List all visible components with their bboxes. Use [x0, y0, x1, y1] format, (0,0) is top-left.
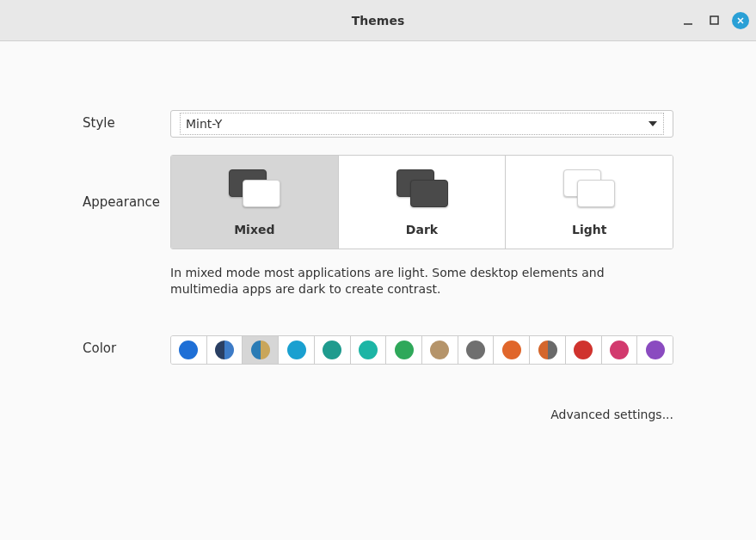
svg-rect-1: [710, 16, 718, 24]
color-circle-icon: [646, 341, 665, 359]
appearance-option-label: Dark: [339, 223, 506, 236]
appearance-description: In mixed mode most applications are ligh…: [170, 265, 673, 298]
appearance-label: Appearance: [83, 155, 170, 210]
style-dropdown-value: Mint-Y: [186, 117, 222, 131]
color-swatch-blue-sand-split[interactable]: [243, 336, 279, 364]
appearance-option-light[interactable]: Light: [506, 156, 673, 249]
close-icon: [736, 16, 745, 25]
window-title: Themes: [352, 14, 404, 28]
color-swatch-teal[interactable]: [315, 336, 351, 364]
appearance-options: MixedDarkLight: [170, 155, 673, 249]
style-row: Style Mint-Y: [83, 110, 673, 138]
minimize-icon: [683, 15, 693, 26]
color-circle-icon: [466, 341, 485, 359]
svg-marker-4: [648, 121, 657, 126]
appearance-preview-dark: [391, 169, 453, 211]
color-swatch-pink[interactable]: [602, 336, 638, 364]
appearance-preview-mixed: [224, 169, 286, 211]
color-circle-icon: [323, 341, 341, 359]
appearance-option-mixed[interactable]: Mixed: [171, 156, 339, 249]
color-row: Color: [83, 335, 673, 365]
color-swatch-red[interactable]: [566, 336, 602, 364]
color-swatch-teal-light[interactable]: [351, 336, 387, 364]
appearance-option-dark[interactable]: Dark: [339, 156, 507, 249]
appearance-preview-light: [558, 169, 620, 211]
color-swatch-blue-dark-split[interactable]: [207, 336, 243, 364]
color-label: Color: [83, 335, 170, 356]
advanced-settings-link[interactable]: Advanced settings...: [170, 408, 673, 421]
style-label: Style: [83, 110, 170, 131]
color-swatch-blue[interactable]: [171, 336, 207, 364]
advanced-row: Advanced settings...: [83, 382, 673, 421]
color-swatches: [170, 335, 673, 365]
maximize-button[interactable]: [706, 13, 722, 28]
titlebar: Themes: [0, 0, 756, 41]
color-swatch-sand[interactable]: [422, 336, 458, 364]
color-circle-icon: [251, 341, 270, 359]
appearance-row: Appearance MixedDarkLight: [83, 155, 673, 249]
color-circle-icon: [179, 341, 198, 359]
maximize-icon: [710, 15, 719, 25]
color-swatch-orange-grey-split[interactable]: [530, 336, 566, 364]
minimize-button[interactable]: [680, 13, 696, 28]
color-swatch-purple[interactable]: [637, 336, 673, 364]
color-circle-icon: [502, 341, 521, 359]
color-swatch-green[interactable]: [386, 336, 422, 364]
content-area: Style Mint-Y Appearance MixedDarkLight I…: [0, 41, 756, 421]
style-dropdown[interactable]: Mint-Y: [170, 110, 673, 138]
description-row: In mixed mode most applications are ligh…: [83, 267, 673, 316]
color-swatch-aqua[interactable]: [279, 336, 315, 364]
appearance-option-label: Mixed: [171, 223, 338, 236]
color-swatch-orange[interactable]: [494, 336, 530, 364]
color-circle-icon: [430, 341, 449, 359]
appearance-option-label: Light: [506, 223, 673, 236]
color-circle-icon: [610, 341, 629, 359]
color-circle-icon: [574, 341, 593, 359]
color-circle-icon: [359, 341, 378, 359]
color-circle-icon: [215, 341, 234, 359]
close-button[interactable]: [732, 12, 749, 29]
color-circle-icon: [287, 341, 306, 359]
color-circle-icon: [395, 341, 414, 359]
color-circle-icon: [538, 341, 557, 359]
chevron-down-icon: [648, 120, 658, 127]
color-swatch-grey[interactable]: [458, 336, 495, 364]
window-controls: [680, 12, 749, 29]
